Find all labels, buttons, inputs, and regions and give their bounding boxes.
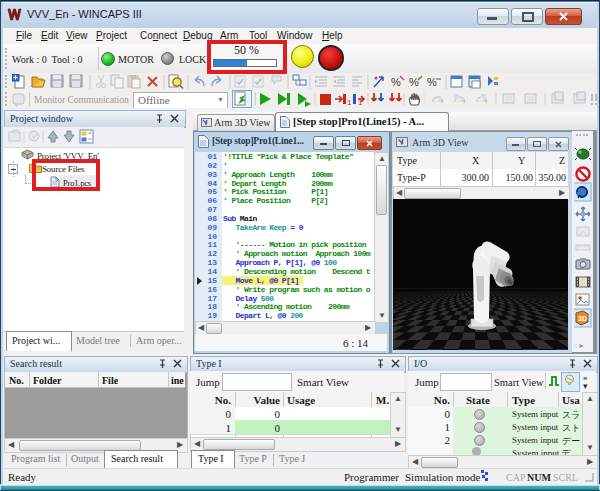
svg-text:%: % xyxy=(391,76,401,88)
svg-text:1: 1 xyxy=(347,98,352,107)
svg-text:%: % xyxy=(409,76,419,88)
svg-text:3D: 3D xyxy=(578,315,587,322)
svg-text:: ▸: : ▸ xyxy=(575,341,583,350)
svg-text:1: 1 xyxy=(358,98,363,107)
svg-text:%: % xyxy=(427,76,437,88)
